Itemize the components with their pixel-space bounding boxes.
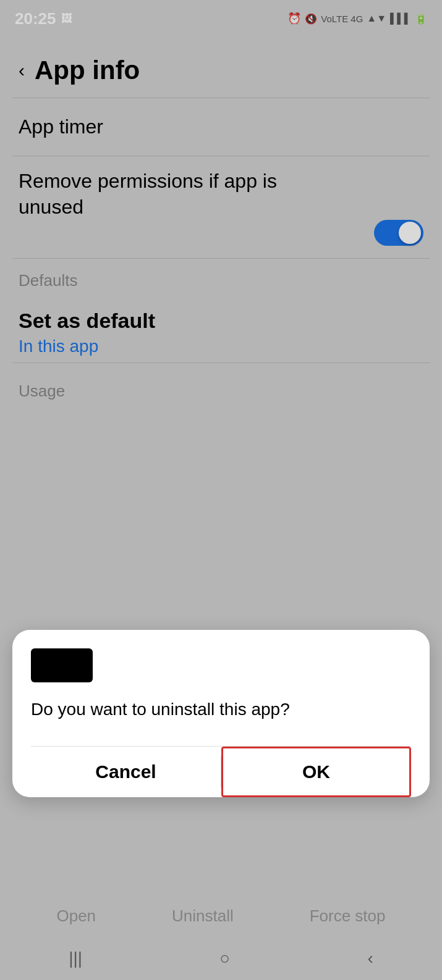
ok-button[interactable]: OK <box>221 747 411 797</box>
dialog-overlay <box>0 0 442 980</box>
dialog-app-icon <box>31 648 93 682</box>
dialog-message: Do you want to uninstall this app? <box>31 697 411 721</box>
cancel-button[interactable]: Cancel <box>31 747 221 797</box>
uninstall-dialog: Do you want to uninstall this app? Cance… <box>12 630 430 797</box>
dialog-actions: Cancel OK <box>31 746 411 797</box>
